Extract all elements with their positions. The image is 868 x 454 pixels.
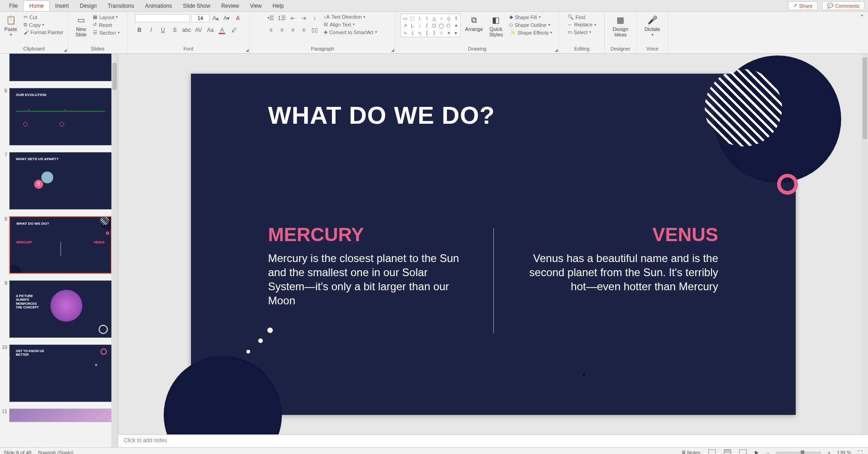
numbering-button[interactable]: 1☰ <box>277 14 286 23</box>
sorter-view-button[interactable] <box>722 449 733 454</box>
clipboard-dialog-launcher[interactable]: ◢ <box>64 48 67 52</box>
slide-thumbnail-9[interactable]: A PICTURE ALWAYS REINFORCES THE CONCEPT <box>9 280 112 338</box>
dictate-button[interactable]: 🎤 Dictate ▾ <box>642 14 662 38</box>
left-column[interactable]: MERCURY Mercury is the closest planet to… <box>268 224 464 308</box>
share-button[interactable]: ↗ Share <box>788 1 817 10</box>
slide-thumbnails-panel[interactable]: 5 01 6 OUR EVOLUTION ✕ ✕ 7 WHAT SETS US … <box>0 54 118 447</box>
select-button[interactable]: ▭Select▾ <box>566 29 598 35</box>
tab-home[interactable]: Home <box>23 0 50 11</box>
slide-canvas[interactable]: WHAT DO WE DO? MERCURY Mercury is the cl… <box>191 74 796 415</box>
line-spacing-button[interactable]: ↕ <box>310 14 319 23</box>
drawing-group-label: Drawing <box>468 45 486 52</box>
collapse-ribbon-button[interactable]: ⌃ <box>860 14 864 20</box>
slide-thumbnail-6[interactable]: OUR EVOLUTION ✕ ✕ <box>9 88 112 146</box>
text-direction-icon: ↕A <box>324 14 330 20</box>
zoom-out-button[interactable]: − <box>765 450 771 454</box>
zoom-level[interactable]: 139 % <box>837 450 851 454</box>
find-button[interactable]: 🔍Find <box>566 14 598 20</box>
text-direction-button[interactable]: ↕AText Direction▾ <box>322 14 379 20</box>
slide-editor-area[interactable]: WHAT DO WE DO? MERCURY Mercury is the cl… <box>118 54 868 434</box>
align-left-button[interactable]: ≡ <box>266 25 276 35</box>
editor-scrollbar[interactable] <box>862 54 868 434</box>
new-slide-button[interactable]: ▭ New Slide <box>74 14 88 38</box>
align-text-icon: ⊟ <box>324 21 328 27</box>
tab-design[interactable]: Design <box>74 1 102 11</box>
zoom-slider[interactable] <box>776 452 821 454</box>
zoom-in-button[interactable]: + <box>826 450 832 454</box>
fit-to-window-button[interactable]: ⛶ <box>856 450 864 454</box>
reset-button[interactable]: ↺Reset <box>91 21 121 28</box>
italic-button[interactable]: I <box>147 25 156 35</box>
thumbnail-scrollbar[interactable] <box>111 54 118 447</box>
shapes-gallery[interactable]: ▭⬚\\△○◇⇧ ↗L↓⤴⬡◯⬠✦ ⤷⤹∿{}☆✶▾ <box>401 14 461 37</box>
slide-thumbnail-5[interactable]: 01 <box>9 54 112 81</box>
strikethrough-button[interactable]: S <box>171 25 180 35</box>
increase-font-button[interactable]: A▴ <box>211 14 221 23</box>
align-center-button[interactable]: ≡ <box>277 25 286 35</box>
slide-thumbnail-8[interactable]: WHAT DO WE DO? MERCURY VENUS <box>9 216 112 274</box>
slide-thumbnail-11[interactable] <box>9 409 112 422</box>
slideshow-view-button[interactable]: ▶ <box>753 449 760 454</box>
notes-toggle-button[interactable]: ≣Notes <box>680 449 702 454</box>
new-slide-icon: ▭ <box>75 15 86 25</box>
tab-file[interactable]: File <box>4 1 23 11</box>
smartart-button[interactable]: ◈Convert to SmartArt▾ <box>322 29 379 35</box>
paste-button[interactable]: 📋 Paste ▾ <box>3 14 19 38</box>
shape-effects-button[interactable]: ✨Shape Effects▾ <box>507 29 554 36</box>
comments-button[interactable]: 💬 Comments <box>822 1 864 10</box>
font-size-input[interactable] <box>191 14 210 22</box>
section-button[interactable]: ☰Section▾ <box>91 29 121 36</box>
cut-button[interactable]: ✂Cut <box>22 14 65 20</box>
arrange-button[interactable]: ⧉ Arrange <box>463 14 485 33</box>
layout-button[interactable]: ▦Layout▾ <box>91 14 121 20</box>
columns-button[interactable]: ▯▯ <box>310 25 319 35</box>
tab-review[interactable]: Review <box>216 1 244 11</box>
font-dialog-launcher[interactable]: ◢ <box>246 48 249 52</box>
change-case-button[interactable]: Aa <box>206 25 215 35</box>
clear-formatting-button[interactable]: A̷ <box>233 14 242 23</box>
language-indicator[interactable]: Spanish (Spain) <box>38 450 73 454</box>
slides-group-label: Slides <box>91 45 105 52</box>
reading-view-button[interactable] <box>738 449 748 454</box>
slide-thumbnail-10[interactable]: GET TO KNOW US BETTER ✕ ✕ <box>9 344 112 402</box>
paragraph-dialog-launcher[interactable]: ◢ <box>391 48 394 52</box>
tab-view[interactable]: View <box>245 1 267 11</box>
char-spacing-button[interactable]: AV <box>194 25 203 35</box>
justify-button[interactable]: ≡ <box>299 25 308 35</box>
bold-button[interactable]: B <box>135 25 144 35</box>
font-family-input[interactable] <box>135 14 190 22</box>
bullets-button[interactable]: •☰ <box>266 14 276 23</box>
tab-slideshow[interactable]: Slide Show <box>177 1 216 11</box>
comments-icon: 💬 <box>827 3 833 9</box>
align-text-button[interactable]: ⊟Align Text▾ <box>322 21 379 28</box>
font-color-button[interactable]: A <box>218 25 227 35</box>
increase-indent-button[interactable]: ⇥ <box>299 14 308 23</box>
shape-fill-button[interactable]: ◆Shape Fill▾ <box>507 14 554 20</box>
drawing-dialog-launcher[interactable]: ◢ <box>555 48 558 52</box>
design-ideas-button[interactable]: ▦ Design Ideas <box>611 14 630 38</box>
shadow-button[interactable]: abc <box>182 25 191 35</box>
normal-view-button[interactable] <box>707 449 717 454</box>
shape-outline-button[interactable]: ◇Shape Outline▾ <box>507 21 554 28</box>
replace-button[interactable]: ↔Replace▾ <box>566 21 598 28</box>
zoom-handle[interactable] <box>801 450 804 454</box>
underline-button[interactable]: U <box>159 25 168 35</box>
tab-help[interactable]: Help <box>267 1 290 11</box>
shape-effects-label: Shape Effects <box>517 30 548 35</box>
decrease-font-button[interactable]: A▾ <box>222 14 231 23</box>
highlight-button[interactable]: 🖊 <box>230 25 239 35</box>
paste-label: Paste <box>5 26 17 32</box>
tab-animations[interactable]: Animations <box>140 1 177 11</box>
align-right-button[interactable]: ≡ <box>288 25 297 35</box>
tab-insert[interactable]: Insert <box>50 1 74 11</box>
quick-styles-button[interactable]: ◧ Quick Styles <box>487 14 505 38</box>
new-slide-label: New Slide <box>75 26 86 37</box>
copy-button[interactable]: ⧉Copy▾ <box>22 21 65 28</box>
notes-pane[interactable]: Click to add notes <box>118 434 868 447</box>
tab-transitions[interactable]: Transitions <box>102 1 140 11</box>
right-column[interactable]: VENUS Venus has a beautiful name and is … <box>523 224 718 294</box>
slide-thumbnail-7[interactable]: WHAT SETS US APART? B <box>9 152 112 210</box>
slide-title[interactable]: WHAT DO WE DO? <box>268 101 495 129</box>
format-painter-button[interactable]: 🖌Format Painter <box>22 29 65 35</box>
decrease-indent-button[interactable]: ⇤ <box>288 14 297 23</box>
